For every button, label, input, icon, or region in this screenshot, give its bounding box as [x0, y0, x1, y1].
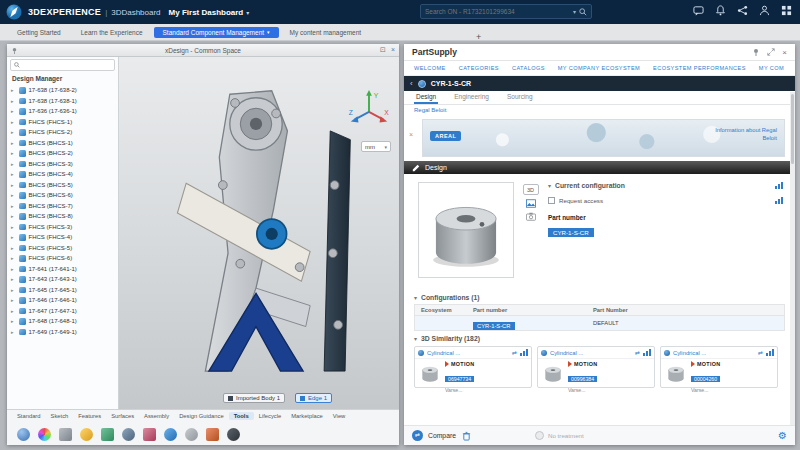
tree-item[interactable]: ▸ BHCS (BHCS-4) [7, 169, 118, 180]
chevron-down-icon[interactable]: ▾ [548, 182, 551, 189]
tree-item[interactable]: ▸ BHCS (BHCS-5) [7, 180, 118, 191]
ribbon-tab[interactable]: Sketch [46, 412, 74, 420]
axis-triad[interactable]: Y Z X [347, 87, 391, 133]
similarity-header[interactable]: ▾ 3D Similarity (182) [404, 331, 795, 345]
snapshot-icon[interactable] [526, 212, 536, 221]
supplier-part-number[interactable]: 00004260 [691, 376, 720, 382]
table-row[interactable]: CYR-1-S-CR DEFAULT [415, 316, 784, 330]
ribbon-tab[interactable]: View [328, 412, 350, 420]
compare-arrows-icon[interactable]: ⇄ [758, 349, 763, 356]
nav-item[interactable]: ECOSYSTEM PERFORMANCES [653, 65, 746, 71]
maximize-icon[interactable] [767, 48, 775, 56]
chevron-down-icon[interactable]: ▾ [414, 335, 417, 342]
selection-chip[interactable]: Imported Body 1 [223, 393, 285, 403]
similar-part-card[interactable]: Cylindrical ... ⇄ [537, 346, 655, 388]
tree-item[interactable]: ▸ 17-636 (17-636-1) [7, 106, 118, 117]
tree-item[interactable]: ▸ BHCS (BHCS-7) [7, 201, 118, 212]
tree-item[interactable]: ▸ 17-647 (17-647-1) [7, 306, 118, 317]
ribbon-tab[interactable]: Surfaces [106, 412, 139, 420]
expand-caret-icon[interactable]: ▸ [11, 140, 16, 146]
tree-item[interactable]: ▸ BHCS (BHCS-8) [7, 211, 118, 222]
similar-part-card[interactable]: Cylindrical ... ⇄ [660, 346, 778, 388]
dashboard-tab[interactable]: Standard Component Management ▾ [154, 27, 279, 38]
tool-icon[interactable] [164, 428, 177, 441]
nav-item[interactable]: CATALOGS [512, 65, 545, 71]
nav-item[interactable]: WELCOME [414, 65, 446, 71]
tree-item[interactable]: ▸ FHCS (FHCS-5) [7, 243, 118, 254]
expand-caret-icon[interactable]: ▸ [11, 129, 16, 135]
request-access-checkbox[interactable] [548, 197, 555, 204]
expand-caret-icon[interactable]: ▸ [11, 182, 16, 188]
dashboard-tab[interactable]: My content management ▾ [281, 27, 371, 38]
tool-icon[interactable] [143, 428, 156, 441]
part-detail-tab[interactable]: Design [414, 93, 438, 104]
ribbon-tab[interactable]: Standard [12, 412, 46, 420]
3d-viewport[interactable]: Y Z X mm ▾ [119, 57, 399, 409]
trash-icon[interactable] [462, 431, 471, 441]
nav-item[interactable]: MY COMPANY ECOSYSTEM [558, 65, 640, 71]
expand-caret-icon[interactable]: ▸ [11, 203, 16, 209]
tree-item[interactable]: ▸ FHCS (FHCS-6) [7, 253, 118, 264]
part-number-value[interactable]: CYR-1-S-CR [548, 228, 594, 237]
scrollbar[interactable] [790, 92, 795, 425]
tool-icon[interactable] [38, 428, 51, 441]
expand-caret-icon[interactable]: ▸ [11, 161, 16, 167]
tool-icon[interactable] [80, 428, 93, 441]
supplier-part-number[interactable]: 00996384 [568, 376, 597, 382]
stats-bars-icon[interactable] [643, 349, 651, 356]
search-icon[interactable] [579, 8, 587, 16]
expand-caret-icon[interactable]: ▸ [11, 266, 16, 272]
expand-caret-icon[interactable]: ▸ [11, 192, 16, 198]
expand-caret-icon[interactable]: ▸ [11, 234, 16, 240]
tree-item[interactable]: ▸ 17-641 (17-641-1) [7, 264, 118, 275]
nav-item[interactable]: CATEGORIES [459, 65, 499, 71]
tree-item[interactable]: ▸ FHCS (FHCS-1) [7, 117, 118, 128]
add-tab-button[interactable]: + [470, 32, 487, 42]
expand-caret-icon[interactable]: ▸ [11, 171, 16, 177]
tree-item[interactable]: ▸ 17-643 (17-643-1) [7, 274, 118, 285]
close-icon[interactable]: × [391, 46, 395, 54]
expand-caret-icon[interactable]: ▸ [11, 150, 16, 156]
chevron-down-icon[interactable]: ▾ [267, 29, 270, 35]
ribbon-tab[interactable]: Features [73, 412, 106, 420]
supplier-logo[interactable]: AREAL [430, 131, 461, 141]
nav-item[interactable]: MY COM [759, 65, 784, 71]
dashboard-name[interactable]: My First Dashboard [169, 8, 244, 17]
supplier-link[interactable]: Regal Beloit [404, 105, 795, 117]
compare-arrows-icon[interactable]: ⇄ [512, 349, 517, 356]
configurations-header[interactable]: ▾ Configurations (1) [404, 290, 795, 304]
tool-icon[interactable] [185, 428, 198, 441]
part-preview[interactable] [418, 182, 514, 278]
design-section-header[interactable]: Design [404, 161, 795, 174]
expand-caret-icon[interactable]: ▸ [11, 329, 16, 335]
search-scope-caret-icon[interactable]: ▾ [573, 8, 576, 15]
selection-chip[interactable]: Edge 1 [295, 393, 332, 403]
user-icon[interactable] [759, 5, 770, 16]
expand-caret-icon[interactable]: ▸ [11, 119, 16, 125]
expand-caret-icon[interactable]: ▸ [11, 308, 16, 314]
search-input[interactable] [425, 8, 570, 15]
compare-label[interactable]: Compare [428, 432, 456, 439]
expand-caret-icon[interactable]: ▸ [11, 245, 16, 251]
expand-caret-icon[interactable]: ▸ [11, 108, 16, 114]
tool-icon[interactable] [17, 428, 30, 441]
tree-search-input[interactable] [23, 62, 111, 68]
compare-icon[interactable]: ⇄ [412, 430, 423, 441]
gear-icon[interactable]: ⚙ [778, 430, 787, 441]
tree-item[interactable]: ▸ BHCS (BHCS-6) [7, 190, 118, 201]
ribbon-tab[interactable]: Lifecycle [254, 412, 287, 420]
view-3d-button[interactable]: 3D [523, 184, 539, 195]
tree-item[interactable]: ▸ 17-648 (17-648-1) [7, 316, 118, 327]
tool-icon[interactable] [206, 428, 219, 441]
expand-caret-icon[interactable]: ▸ [11, 255, 16, 261]
close-icon[interactable]: × [782, 48, 787, 57]
apps-grid-icon[interactable] [781, 5, 792, 16]
tree-item[interactable]: ▸ 17-646 (17-646-1) [7, 295, 118, 306]
image-icon[interactable] [526, 199, 536, 208]
stats-bars-icon[interactable] [775, 197, 783, 204]
tree-item[interactable]: ▸ FHCS (FHCS-4) [7, 232, 118, 243]
scrollbar-thumb[interactable] [791, 94, 794, 164]
notifications-icon[interactable] [715, 5, 726, 16]
tree-item[interactable]: ▸ 17-649 (17-649-1) [7, 327, 118, 338]
pin-icon[interactable] [752, 48, 760, 56]
